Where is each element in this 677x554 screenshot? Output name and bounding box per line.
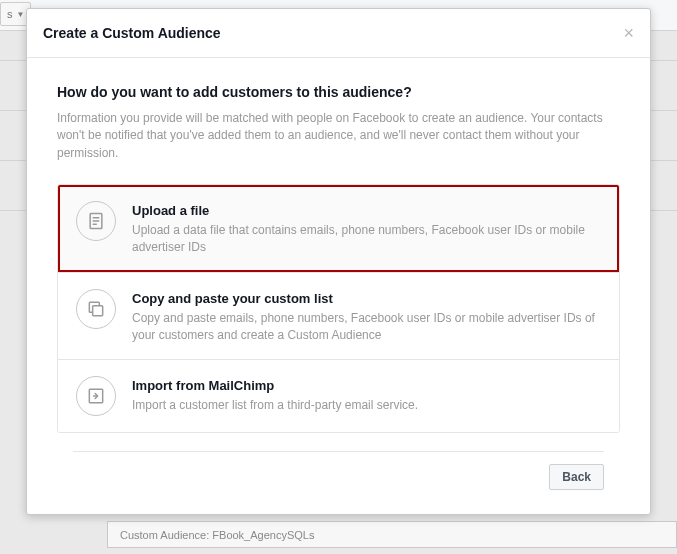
- background-subheader: Custom Audience: FBook_AgencySQLs: [107, 521, 677, 548]
- file-icon: [76, 201, 116, 241]
- bg-dropdown-label: s: [7, 8, 13, 20]
- copy-icon: [76, 289, 116, 329]
- background-subheader-label: Custom Audience: FBook_AgencySQLs: [120, 529, 314, 541]
- option-title: Copy and paste your custom list: [132, 291, 601, 306]
- option-title: Import from MailChimp: [132, 378, 601, 393]
- option-import-mailchimp[interactable]: Import from MailChimp Import a customer …: [58, 360, 619, 432]
- option-content: Upload a file Upload a data file that co…: [132, 201, 601, 256]
- create-audience-modal: Create a Custom Audience × How do you wa…: [26, 8, 651, 515]
- modal-body: How do you want to add customers to this…: [27, 58, 650, 514]
- chevron-down-icon: ▼: [17, 10, 25, 19]
- option-upload-file[interactable]: Upload a file Upload a data file that co…: [58, 185, 619, 273]
- modal-heading: How do you want to add customers to this…: [57, 84, 620, 100]
- option-content: Copy and paste your custom list Copy and…: [132, 289, 601, 344]
- modal-title: Create a Custom Audience: [43, 25, 221, 41]
- option-list: Upload a file Upload a data file that co…: [57, 184, 620, 433]
- close-icon[interactable]: ×: [623, 24, 634, 42]
- option-desc: Import a customer list from a third-part…: [132, 397, 601, 414]
- option-content: Import from MailChimp Import a customer …: [132, 376, 601, 414]
- modal-header: Create a Custom Audience ×: [27, 9, 650, 58]
- option-desc: Upload a data file that contains emails,…: [132, 222, 601, 256]
- option-copy-paste[interactable]: Copy and paste your custom list Copy and…: [58, 273, 619, 361]
- back-button[interactable]: Back: [549, 464, 604, 490]
- option-desc: Copy and paste emails, phone numbers, Fa…: [132, 310, 601, 344]
- svg-rect-5: [93, 305, 103, 315]
- import-icon: [76, 376, 116, 416]
- modal-footer: Back: [73, 451, 604, 504]
- option-title: Upload a file: [132, 203, 601, 218]
- modal-description: Information you provide will be matched …: [57, 110, 620, 162]
